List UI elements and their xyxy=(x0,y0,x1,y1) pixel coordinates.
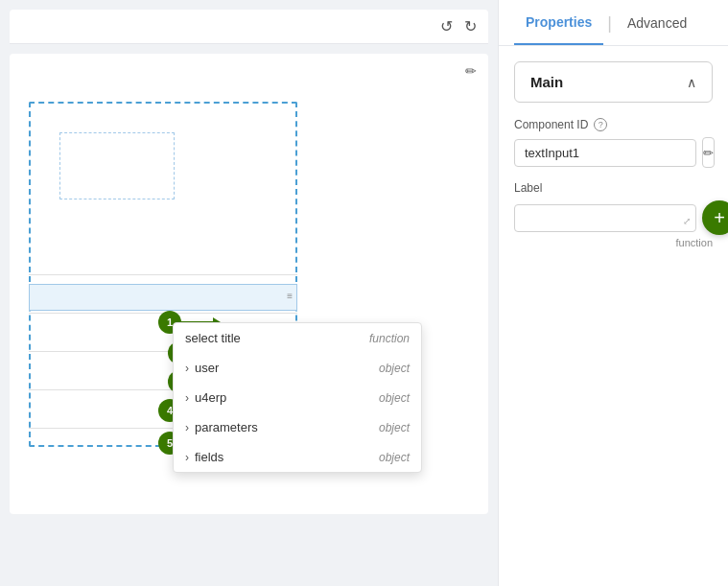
selected-canvas-row[interactable]: ≡ xyxy=(29,284,297,311)
edit-pencil-icon: ✏ xyxy=(703,146,714,160)
dropdown-item-left-4: › fields xyxy=(185,450,223,464)
dropdown-item-type-2: object xyxy=(379,391,410,405)
row-dots-icon: ≡ xyxy=(287,291,293,301)
dropdown-item-left-2: › u4erp xyxy=(185,390,226,405)
dropdown-item-type-0: function xyxy=(369,332,410,345)
chevron-right-icon-2: › xyxy=(185,391,189,405)
dropdown-item-label-2: u4erp xyxy=(195,390,226,405)
chevron-up-icon: ∧ xyxy=(687,75,696,90)
chevron-right-icon-3: › xyxy=(185,421,189,434)
dropdown-item-type-1: object xyxy=(379,362,410,375)
plus-icon: + xyxy=(714,207,725,229)
dropdown-menu: select title function › user object › xyxy=(173,322,422,473)
component-id-help-icon[interactable]: ? xyxy=(594,118,607,131)
component-id-input-row: ✏ xyxy=(514,137,713,168)
redo-icon[interactable]: ↻ xyxy=(464,17,477,35)
label-input-row: ⤢ + xyxy=(514,200,713,235)
chevron-right-icon-1: › xyxy=(185,362,189,375)
inner-selection-box xyxy=(59,132,175,199)
dropdown-item-left-1: › user xyxy=(185,361,219,375)
label-input-wrapper: ⤢ xyxy=(514,204,696,232)
chevron-right-icon-4: › xyxy=(185,451,189,464)
dropdown-item-type-3: object xyxy=(379,421,410,434)
expand-icon: ⤢ xyxy=(683,216,691,226)
main-container: ↺ ↻ ✏ ≡ 1 xyxy=(0,0,728,586)
undo-icon[interactable]: ↺ xyxy=(440,17,453,35)
right-panel: Properties | Advanced Main ∧ Component I… xyxy=(498,0,728,586)
panel-body: Main ∧ Component ID ? ✏ Labe xyxy=(499,46,728,586)
dropdown-item-label-3: parameters xyxy=(195,420,258,434)
dropdown-item-2[interactable]: › u4erp object xyxy=(174,383,421,412)
dropdown-item-1[interactable]: › user object xyxy=(174,353,421,383)
tab-advanced[interactable]: Advanced xyxy=(616,2,698,44)
panel-header: Properties | Advanced xyxy=(499,0,728,46)
toolbar-row: ↺ ↻ xyxy=(10,10,488,44)
section-title: Main xyxy=(530,74,563,90)
dropdown-item-label-0: select title xyxy=(185,331,241,345)
dropdown-item-left-0: select title xyxy=(185,331,241,345)
tab-divider: | xyxy=(607,0,612,46)
dropdown-item-label-1: user xyxy=(195,361,219,375)
dropdown-item-label-4: fields xyxy=(195,450,223,464)
component-id-field: Component ID ? ✏ xyxy=(514,118,713,168)
tab-properties[interactable]: Properties xyxy=(514,1,603,45)
edit-icon-top[interactable]: ✏ xyxy=(465,63,477,79)
function-hint-label: function xyxy=(514,237,713,248)
label-plus-button[interactable]: + xyxy=(702,200,728,235)
section-header-main[interactable]: Main ∧ xyxy=(514,61,713,103)
canvas-line-1 xyxy=(29,274,297,275)
label-field: Label ⤢ + function xyxy=(514,181,713,248)
dropdown-item-3[interactable]: › parameters object xyxy=(174,412,421,442)
dropdown-item-4[interactable]: › fields object xyxy=(174,442,421,472)
label-field-label: Label xyxy=(514,181,713,195)
component-id-input[interactable] xyxy=(514,139,696,167)
label-input[interactable] xyxy=(514,204,696,232)
component-id-edit-button[interactable]: ✏ xyxy=(702,137,715,168)
canvas-area: ↺ ↻ ✏ ≡ 1 xyxy=(0,0,498,586)
dropdown-item-left-3: › parameters xyxy=(185,420,258,434)
canvas-white: ✏ ≡ 1 2 xyxy=(10,54,488,514)
dropdown-item-0[interactable]: select title function xyxy=(174,323,421,353)
component-id-label: Component ID ? xyxy=(514,118,713,131)
dropdown-item-type-4: object xyxy=(379,451,410,464)
